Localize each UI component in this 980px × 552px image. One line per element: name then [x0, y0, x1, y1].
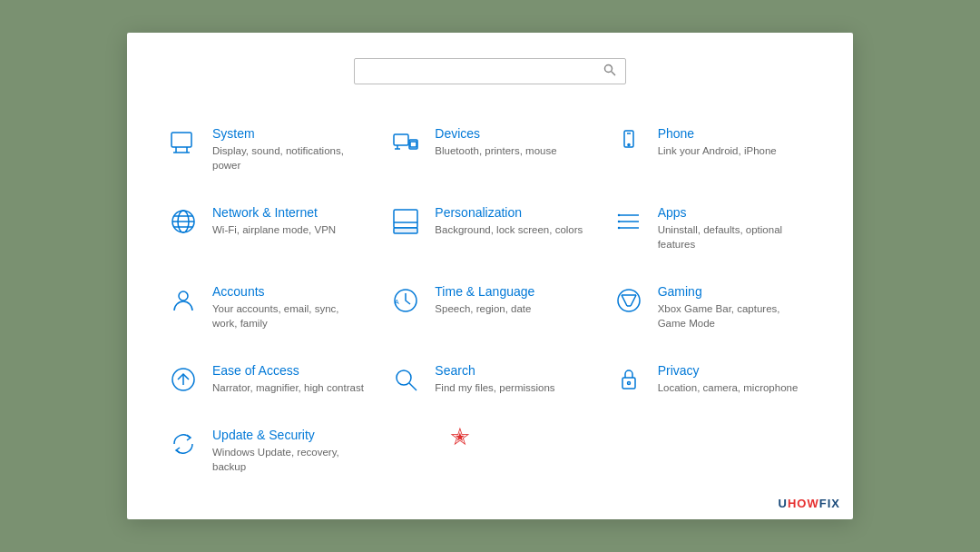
settings-item-gaming[interactable]: Gaming Xbox Game Bar, captures, Game Mod… [602, 268, 824, 347]
settings-item-time[interactable]: A Time & Language Speech, region, date [378, 268, 601, 347]
settings-item-search[interactable]: Search Find my files, permissions [378, 347, 601, 411]
search-icon [387, 365, 424, 394]
settings-item-privacy[interactable]: Privacy Location, camera, microphone [602, 347, 824, 411]
item-title-personalization: Personalization [435, 205, 583, 220]
settings-window: System Display, sound, notifications, po… [127, 33, 853, 520]
search-bar[interactable] [354, 58, 626, 84]
network-icon [165, 207, 201, 236]
item-title-gaming: Gaming [658, 284, 809, 299]
item-text-accounts: Accounts Your accounts, email, sync, wor… [212, 284, 364, 330]
gaming-icon [611, 286, 647, 315]
svg-line-33 [631, 295, 636, 306]
search-input[interactable] [364, 64, 603, 78]
watermark: UHOWFIX [779, 497, 840, 510]
item-title-network: Network & Internet [212, 205, 336, 220]
item-desc-ease: Narrator, magnifier, high contrast [212, 380, 364, 395]
svg-point-12 [628, 143, 630, 145]
svg-line-39 [409, 383, 416, 390]
settings-item-update[interactable]: Update & Security Windows Update, recove… [156, 411, 378, 490]
item-text-phone: Phone Link your Android, iPhone [658, 126, 777, 158]
svg-rect-2 [172, 133, 191, 147]
svg-rect-10 [410, 142, 416, 147]
item-title-devices: Devices [435, 126, 556, 141]
settings-grid: System Display, sound, notifications, po… [156, 110, 824, 491]
item-desc-devices: Bluetooth, printers, mouse [435, 143, 556, 158]
phone-icon [611, 128, 647, 157]
settings-item-accounts[interactable]: Accounts Your accounts, email, sync, wor… [156, 268, 378, 347]
item-desc-system: Display, sound, notifications, power [212, 143, 364, 172]
svg-point-31 [618, 290, 640, 311]
devices-icon [387, 128, 424, 157]
item-desc-phone: Link your Android, iPhone [658, 143, 777, 158]
item-text-privacy: Privacy Location, camera, microphone [658, 363, 799, 395]
item-title-privacy: Privacy [658, 363, 799, 378]
settings-item-devices[interactable]: Devices Bluetooth, printers, mouse [378, 110, 601, 189]
item-title-update: Update & Security [212, 428, 364, 442]
item-text-apps: Apps Uninstall, defaults, optional featu… [658, 205, 809, 251]
svg-rect-40 [622, 378, 635, 389]
item-title-accounts: Accounts [212, 284, 364, 299]
item-desc-accounts: Your accounts, email, sync, work, family [212, 301, 364, 330]
item-title-system: System [212, 126, 364, 141]
svg-point-28 [179, 291, 188, 301]
svg-point-41 [627, 382, 630, 385]
settings-item-apps[interactable]: Apps Uninstall, defaults, optional featu… [602, 189, 824, 268]
item-text-gaming: Gaming Xbox Game Bar, captures, Game Mod… [658, 284, 809, 330]
item-desc-time: Speech, region, date [435, 301, 534, 316]
settings-item-ease[interactable]: Ease of Access Narrator, magnifier, high… [156, 347, 378, 411]
privacy-icon [611, 365, 647, 394]
item-desc-network: Wi-Fi, airplane mode, VPN [212, 222, 336, 237]
accounts-icon [165, 286, 201, 315]
svg-text:A: A [395, 299, 399, 305]
item-text-time: Time & Language Speech, region, date [435, 284, 534, 316]
item-text-search: Search Find my files, permissions [435, 363, 554, 395]
item-title-time: Time & Language [435, 284, 534, 299]
svg-point-0 [605, 64, 612, 72]
svg-rect-19 [394, 210, 417, 228]
item-desc-privacy: Location, camera, microphone [658, 380, 799, 395]
item-text-network: Network & Internet Wi-Fi, airplane mode,… [212, 205, 336, 237]
item-title-phone: Phone [658, 126, 777, 141]
settings-item-personalization[interactable]: Personalization Background, lock screen,… [378, 189, 601, 268]
svg-line-1 [612, 71, 615, 74]
item-desc-personalization: Background, lock screen, colors [435, 222, 583, 237]
item-desc-search: Find my files, permissions [435, 380, 554, 395]
update-icon [165, 429, 201, 458]
settings-item-system[interactable]: System Display, sound, notifications, po… [156, 110, 378, 189]
svg-line-32 [622, 295, 627, 306]
svg-rect-21 [394, 228, 417, 233]
personalization-icon [387, 207, 424, 236]
item-title-apps: Apps [658, 205, 809, 220]
item-text-personalization: Personalization Background, lock screen,… [435, 205, 583, 237]
search-bar-wrapper [156, 58, 824, 84]
svg-rect-6 [394, 134, 408, 145]
search-icon [603, 64, 616, 79]
item-text-devices: Devices Bluetooth, printers, mouse [435, 126, 556, 158]
item-text-update: Update & Security Windows Update, recove… [212, 428, 364, 474]
item-text-system: System Display, sound, notifications, po… [212, 126, 364, 172]
settings-item-network[interactable]: Network & Internet Wi-Fi, airplane mode,… [156, 189, 378, 268]
ease-icon [165, 365, 201, 394]
svg-point-38 [397, 370, 411, 385]
outer-background: System Display, sound, notifications, po… [0, 0, 980, 552]
system-icon [165, 128, 201, 157]
settings-item-phone[interactable]: Phone Link your Android, iPhone [602, 110, 824, 189]
item-desc-apps: Uninstall, defaults, optional features [658, 222, 809, 251]
item-desc-gaming: Xbox Game Bar, captures, Game Mode [658, 301, 809, 330]
item-desc-update: Windows Update, recovery, backup [212, 445, 364, 474]
item-text-ease: Ease of Access Narrator, magnifier, high… [212, 363, 364, 395]
item-title-search: Search [435, 363, 554, 378]
time-icon: A [387, 286, 424, 315]
item-title-ease: Ease of Access [212, 363, 364, 378]
apps-icon [611, 207, 647, 236]
